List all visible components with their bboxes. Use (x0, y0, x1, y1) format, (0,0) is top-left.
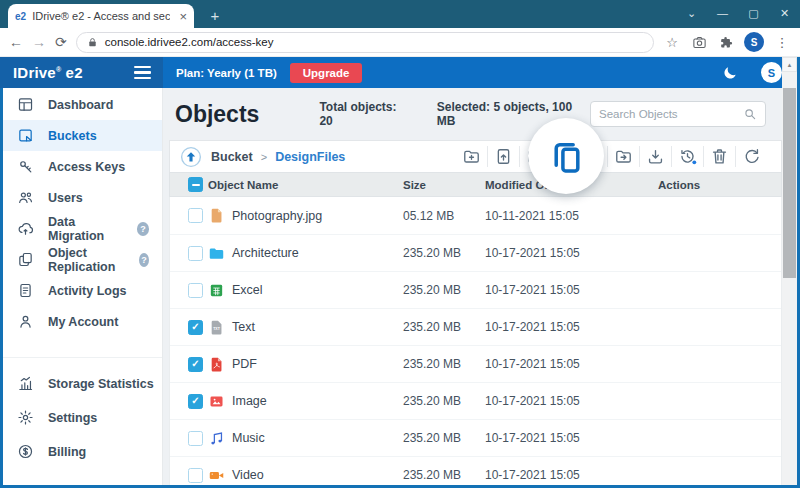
table-row[interactable]: Image 235.20 MB 10-17-2021 15:05 (170, 382, 781, 419)
scroll-up-arrow-icon[interactable]: ▲ (782, 57, 797, 72)
help-icon[interactable]: ? (139, 253, 149, 267)
browser-tab[interactable]: e2 IDrive® e2 - Access and secret ke × (8, 4, 194, 28)
object-modified: 10-17-2021 15:05 (485, 246, 658, 260)
site-favicon: e2 (15, 11, 26, 22)
table-header: Object Name Size Modified On Actions (169, 172, 782, 197)
forward-icon[interactable]: → (32, 35, 46, 49)
back-icon[interactable]: ← (9, 35, 23, 49)
sidebar-item-label: Dashboard (48, 98, 113, 112)
key-icon (17, 158, 35, 176)
cloud-icon (17, 220, 35, 238)
object-size: 235.20 MB (403, 468, 485, 482)
browser-titlebar: e2 IDrive® e2 - Access and secret ke × +… (0, 0, 800, 28)
object-size: 235.20 MB (403, 320, 485, 334)
object-name[interactable]: Video (232, 468, 403, 482)
object-name[interactable]: Excel (232, 283, 403, 297)
help-icon[interactable]: ? (137, 222, 149, 236)
toolbar: Bucket > DesignFiles (169, 140, 782, 172)
table-row[interactable]: Video 235.20 MB 10-17-2021 15:05 (170, 456, 781, 488)
table-row[interactable]: Music 235.20 MB 10-17-2021 15:05 (170, 419, 781, 456)
sidebar-item[interactable]: Dashboard (0, 89, 162, 120)
upgrade-button[interactable]: Upgrade (290, 63, 363, 83)
sidebar-item[interactable]: Settings (0, 401, 162, 435)
row-checkbox[interactable] (188, 357, 203, 372)
object-name[interactable]: PDF (232, 357, 403, 371)
folder-icon (208, 245, 225, 262)
row-checkbox[interactable] (188, 208, 203, 223)
new-tab-button[interactable]: + (204, 7, 226, 24)
sidebar-item[interactable]: Users (0, 182, 162, 213)
search-input[interactable] (599, 108, 743, 120)
up-level-icon[interactable] (180, 146, 202, 168)
sidebar-item[interactable]: Object Replication ? (0, 244, 162, 275)
row-checkbox[interactable] (188, 431, 203, 446)
sidebar-item[interactable]: Billing (0, 435, 162, 469)
object-name[interactable]: Image (232, 394, 403, 408)
row-checkbox[interactable] (188, 468, 203, 483)
table-row[interactable]: Photography.jpg 05.12 MB 10-11-2021 15:0… (170, 197, 781, 234)
search-icon[interactable] (743, 107, 757, 121)
close-button[interactable]: ✕ (769, 0, 800, 26)
row-checkbox[interactable] (188, 283, 203, 298)
image-icon (208, 393, 225, 410)
object-modified: 10-17-2021 15:05 (485, 431, 658, 445)
breadcrumb-root[interactable]: Bucket (211, 150, 253, 164)
column-actions: Actions (658, 179, 781, 191)
dashboard-icon (17, 96, 35, 114)
object-name[interactable]: Music (232, 431, 403, 445)
copy-action-highlight[interactable] (528, 118, 604, 194)
browser-profile-avatar[interactable]: S (744, 32, 764, 52)
table-row[interactable]: Architecture 235.20 MB 10-17-2021 15:05 (170, 234, 781, 271)
user-avatar[interactable]: S (761, 62, 782, 83)
logo-zone: IDrive® e2 (0, 57, 163, 88)
sidebar-item[interactable]: Data Migration ? (0, 213, 162, 244)
browser-menu-icon[interactable]: ⋮ (773, 33, 791, 51)
breadcrumb-current: DesignFiles (275, 150, 345, 164)
row-checkbox[interactable] (188, 320, 203, 335)
object-name[interactable]: Architecture (232, 246, 403, 260)
sidebar-item[interactable]: Access Keys (0, 151, 162, 182)
browser-window: e2 IDrive® e2 - Access and secret ke × +… (0, 0, 800, 488)
select-all-checkbox[interactable] (188, 177, 203, 192)
table-row[interactable]: Excel 235.20 MB 10-17-2021 15:05 (170, 271, 781, 308)
object-modified: 10-17-2021 15:05 (485, 468, 658, 482)
refresh-icon (742, 147, 761, 166)
lock-icon (87, 37, 98, 48)
object-modified: 10-11-2021 15:05 (485, 209, 658, 223)
dark-mode-moon-icon[interactable] (722, 65, 738, 81)
sidebar-item[interactable]: My Account (0, 306, 162, 337)
camera-icon[interactable] (690, 33, 708, 51)
scrollbar-thumb[interactable] (783, 88, 796, 278)
object-size: 235.20 MB (403, 431, 485, 445)
minimize-button[interactable]: — (707, 0, 738, 26)
row-checkbox[interactable] (188, 394, 203, 409)
gear-icon (17, 409, 35, 427)
breadcrumb-separator: > (261, 151, 267, 163)
page-scrollbar[interactable]: ▲ (782, 57, 797, 485)
object-name[interactable]: Photography.jpg (232, 209, 403, 223)
table-row[interactable]: PDF 235.20 MB 10-17-2021 15:05 (170, 345, 781, 382)
row-checkbox[interactable] (188, 246, 203, 261)
excel-icon (208, 282, 225, 299)
logs-icon (17, 282, 35, 300)
object-modified: 10-17-2021 15:05 (485, 357, 658, 371)
reload-icon[interactable]: ⟳ (55, 35, 67, 49)
object-name[interactable]: Text (232, 320, 403, 334)
tab-close-icon[interactable]: × (179, 10, 187, 23)
move-object-icon (614, 147, 633, 166)
sidebar-item[interactable]: Storage Statistics (0, 367, 162, 401)
address-bar[interactable]: console.idrivee2.com/access-key (76, 32, 654, 53)
table-row[interactable]: TXT Text 235.20 MB 10-17-2021 15:05 (170, 308, 781, 345)
sidebar-item[interactable]: Activity Logs (0, 275, 162, 306)
tab-search-icon[interactable]: ⌄ (676, 0, 707, 26)
sidebar-item-label: Data Migration (48, 215, 124, 243)
toolbar-actions (455, 141, 781, 172)
users-icon (17, 189, 35, 207)
maximize-button[interactable]: ▢ (738, 0, 769, 26)
bookmark-star-icon[interactable]: ☆ (663, 33, 681, 51)
hamburger-menu-icon[interactable] (134, 66, 151, 79)
download-icon (646, 147, 665, 166)
object-modified: 10-17-2021 15:05 (485, 283, 658, 297)
extensions-puzzle-icon[interactable] (717, 33, 735, 51)
sidebar-item[interactable]: Buckets (0, 120, 162, 151)
